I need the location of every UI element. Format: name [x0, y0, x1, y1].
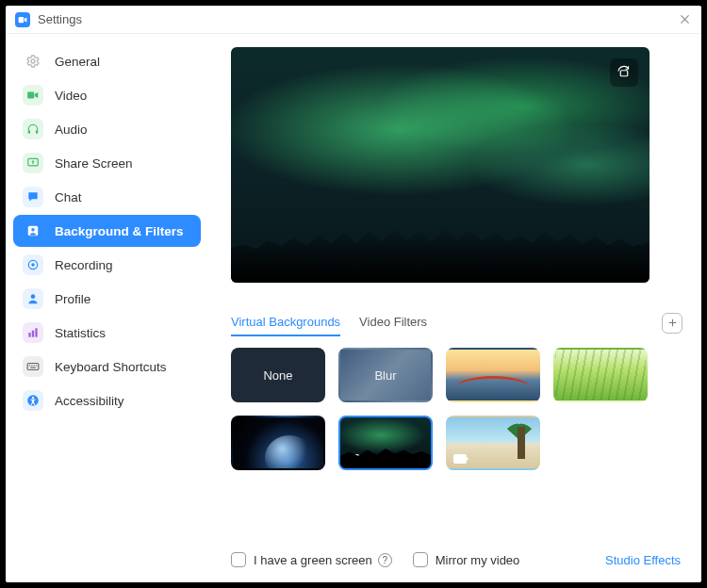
sidebar-item-label: General: [55, 55, 100, 69]
thumb-golden-gate[interactable]: [446, 348, 540, 402]
window-title: Settings: [38, 12, 82, 26]
accessibility-icon: [23, 390, 43, 411]
sidebar-item-label: Accessibility: [55, 394, 124, 408]
svg-rect-16: [31, 365, 32, 366]
chat-icon: [23, 187, 43, 207]
checkbox-mirror-video[interactable]: [413, 552, 428, 567]
sidebar-item-label: Keyboard Shortcuts: [55, 360, 167, 374]
studio-effects-link[interactable]: Studio Effects: [605, 553, 681, 567]
app-icon: [15, 12, 30, 27]
thumb-beach[interactable]: [446, 416, 540, 470]
sidebar-item-audio[interactable]: Audio: [13, 113, 201, 145]
thumb-none[interactable]: None: [231, 348, 325, 402]
thumb-grass[interactable]: [553, 348, 648, 402]
svg-rect-22: [620, 71, 628, 76]
svg-rect-3: [28, 130, 30, 134]
video-preview: [231, 47, 649, 283]
svg-rect-11: [28, 333, 30, 337]
sidebar: General Video Audio Share Screen Chat Ba…: [6, 34, 208, 582]
thumb-earth-space[interactable]: [231, 416, 325, 470]
help-icon[interactable]: ?: [378, 553, 392, 567]
gear-icon: [23, 51, 43, 72]
sidebar-item-keyboard-shortcuts[interactable]: Keyboard Shortcuts: [13, 351, 201, 383]
sidebar-item-label: Video: [55, 89, 87, 103]
sidebar-item-label: Recording: [55, 258, 113, 272]
recording-icon: [23, 254, 43, 275]
thumb-blur[interactable]: Blur: [338, 348, 433, 402]
svg-rect-0: [19, 16, 25, 22]
sidebar-item-background-filters[interactable]: Background & Filters: [13, 215, 201, 247]
checkbox-green-screen[interactable]: [231, 552, 246, 567]
svg-rect-18: [36, 365, 37, 366]
sidebar-item-label: Profile: [55, 292, 90, 306]
bar-chart-icon: [23, 322, 43, 343]
sidebar-item-video[interactable]: Video: [13, 79, 201, 111]
add-background-button[interactable]: [662, 313, 682, 334]
svg-rect-4: [36, 130, 38, 134]
svg-point-9: [31, 263, 35, 267]
svg-point-21: [32, 397, 34, 399]
settings-window: Settings General Video Audio Share Scree…: [6, 6, 701, 582]
svg-rect-15: [29, 365, 30, 366]
sidebar-item-label: Chat: [55, 190, 82, 204]
svg-rect-17: [34, 365, 35, 366]
rotate-camera-button[interactable]: [610, 58, 638, 87]
close-icon[interactable]: [677, 12, 692, 27]
sidebar-item-share-screen[interactable]: Share Screen: [13, 147, 201, 179]
thumb-label: Blur: [340, 350, 431, 400]
svg-rect-12: [32, 331, 34, 337]
background-tabs: Virtual Backgrounds Video Filters: [231, 309, 682, 336]
profile-icon: [23, 288, 43, 309]
svg-point-10: [31, 294, 36, 299]
share-screen-icon: [23, 153, 43, 173]
sidebar-item-profile[interactable]: Profile: [13, 283, 201, 315]
svg-rect-19: [30, 368, 36, 368]
video-icon: [346, 454, 359, 464]
svg-point-1: [31, 59, 35, 63]
svg-point-7: [31, 228, 35, 232]
thumb-aurora[interactable]: [338, 416, 433, 470]
tab-virtual-backgrounds[interactable]: Virtual Backgrounds: [231, 309, 340, 336]
sidebar-item-label: Share Screen: [55, 156, 133, 171]
video-icon: [23, 85, 43, 106]
sidebar-item-label: Statistics: [55, 326, 106, 340]
person-frame-icon: [23, 220, 43, 241]
sidebar-item-chat[interactable]: Chat: [13, 181, 201, 213]
sidebar-item-accessibility[interactable]: Accessibility: [13, 384, 201, 416]
thumb-label: None: [233, 350, 323, 400]
headphones-icon: [23, 119, 43, 139]
content-pane: Virtual Backgrounds Video Filters None B…: [208, 34, 701, 582]
tab-video-filters[interactable]: Video Filters: [359, 309, 427, 336]
video-icon: [453, 454, 467, 464]
label-mirror-video: Mirror my video: [436, 553, 520, 567]
svg-rect-2: [27, 92, 34, 99]
sidebar-item-statistics[interactable]: Statistics: [13, 317, 201, 349]
footer-options: I have a green screen ? Mirror my video …: [231, 552, 681, 567]
sidebar-item-general[interactable]: General: [13, 45, 201, 77]
sidebar-item-label: Audio: [55, 122, 88, 137]
preview-background-aurora: [231, 47, 649, 283]
background-thumbnails: None Blur: [231, 348, 665, 470]
label-green-screen: I have a green screen: [254, 553, 372, 567]
sidebar-item-label: Background & Filters: [55, 224, 184, 238]
sidebar-item-recording[interactable]: Recording: [13, 249, 201, 281]
keyboard-icon: [23, 356, 43, 377]
titlebar: Settings: [6, 6, 701, 34]
svg-rect-14: [27, 364, 39, 370]
svg-rect-13: [35, 328, 37, 336]
